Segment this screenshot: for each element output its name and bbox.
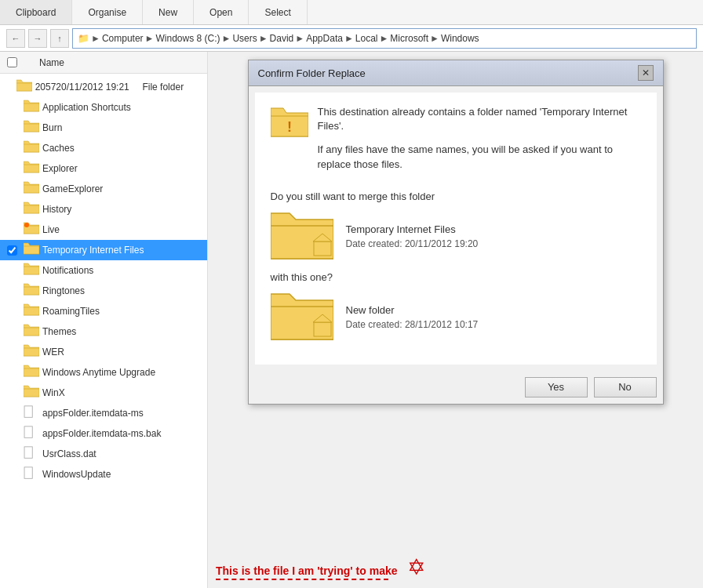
select-all-checkbox[interactable] bbox=[7, 57, 17, 67]
folder-icon bbox=[24, 100, 39, 115]
dialog-text2: If any files have the same names, you wi… bbox=[318, 143, 641, 171]
file-name-label: Temporary Internet Files bbox=[42, 245, 207, 256]
file-checkbox[interactable] bbox=[7, 245, 17, 256]
dialog-titlebar: Confirm Folder Replace ✕ bbox=[249, 60, 663, 86]
svg-text:!: ! bbox=[287, 119, 292, 135]
dialog-body: ! This destination already contains a fo… bbox=[255, 93, 657, 365]
dialog-close-button[interactable]: ✕ bbox=[638, 65, 654, 81]
folder-icon bbox=[24, 344, 39, 360]
svg-rect-22 bbox=[24, 287, 39, 295]
dialog-buttons: Yes No bbox=[249, 371, 663, 404]
svg-rect-18 bbox=[24, 246, 39, 254]
file-name-label: WindowsUpdate bbox=[42, 469, 207, 480]
file-icon bbox=[24, 466, 39, 482]
folder2-details: New folder Date created: 28/11/2012 10:1… bbox=[346, 304, 479, 330]
yes-button[interactable]: Yes bbox=[525, 377, 588, 397]
file-name-label: WER bbox=[42, 347, 207, 358]
warning-icon: ! bbox=[271, 107, 308, 181]
file-name-label: Themes bbox=[42, 326, 207, 337]
name-header: Name bbox=[24, 57, 207, 68]
file-name-label: 2057 bbox=[35, 82, 56, 93]
folder-icon bbox=[24, 385, 39, 401]
svg-point-16 bbox=[24, 223, 29, 227]
folder2-date: Date created: 28/11/2012 10:17 bbox=[346, 319, 479, 330]
folder-icon bbox=[24, 283, 39, 299]
star-icon-bottom: ✡ bbox=[407, 554, 425, 580]
svg-rect-35 bbox=[24, 447, 32, 458]
list-item[interactable]: Caches bbox=[0, 138, 207, 158]
file-name-label: Ringtones bbox=[42, 285, 207, 296]
file-icon bbox=[24, 405, 39, 421]
list-item[interactable]: WindowsUpdate bbox=[0, 464, 207, 485]
folder1-icon bbox=[271, 212, 333, 262]
svg-rect-1 bbox=[16, 83, 32, 91]
address-bar: ← → ↑ 📁 ► Computer ► Windows 8 (C:) ► Us… bbox=[0, 25, 703, 52]
svg-rect-34 bbox=[24, 426, 32, 437]
folder-icon bbox=[24, 303, 39, 319]
list-item[interactable]: GameExplorer bbox=[0, 179, 207, 199]
list-item[interactable]: Explorer bbox=[0, 158, 207, 179]
folder1-date: Date created: 20/11/2012 19:20 bbox=[346, 238, 479, 249]
file-name-label: GameExplorer bbox=[42, 183, 207, 194]
list-item[interactable]: Windows Anytime Upgrade bbox=[0, 362, 207, 383]
annotation-underline bbox=[216, 579, 388, 580]
list-item[interactable]: UsrClass.dat bbox=[0, 444, 207, 464]
file-name-label: appsFolder.itemdata-ms bbox=[42, 408, 207, 419]
column-headers: Name bbox=[0, 52, 207, 74]
folder-icon bbox=[24, 201, 39, 217]
list-item[interactable]: Notifications bbox=[0, 260, 207, 281]
file-name-label: WinX bbox=[42, 387, 207, 398]
list-item[interactable]: Ringtones bbox=[0, 281, 207, 301]
file-name-label: Notifications bbox=[42, 265, 207, 276]
dialog-overlay: Confirm Folder Replace ✕ ! bbox=[208, 52, 703, 588]
no-button[interactable]: No bbox=[594, 377, 657, 397]
list-item[interactable]: Live bbox=[0, 220, 207, 240]
list-item[interactable]: Themes bbox=[0, 321, 207, 342]
folder1-name: Temporary Internet Files bbox=[346, 223, 479, 235]
dialog-title: Confirm Folder Replace bbox=[258, 67, 366, 79]
folder-icon bbox=[24, 222, 39, 238]
list-item[interactable]: RoamingTiles bbox=[0, 301, 207, 321]
dialog-with-text: with this one? bbox=[271, 271, 641, 283]
svg-rect-30 bbox=[24, 368, 39, 376]
svg-rect-13 bbox=[24, 205, 39, 213]
up-button[interactable]: ↑ bbox=[50, 29, 69, 48]
list-item[interactable]: appsFolder.itemdata-ms.bak bbox=[0, 423, 207, 444]
file-name-label: Burn bbox=[42, 122, 207, 133]
svg-rect-28 bbox=[24, 348, 39, 356]
file-name-label: Live bbox=[42, 224, 207, 235]
file-list: 205720/11/2012 19:21File folderApplicati… bbox=[0, 74, 208, 488]
svg-rect-7 bbox=[24, 144, 39, 152]
svg-rect-5 bbox=[24, 124, 39, 132]
list-item[interactable]: appsFolder.itemdata-ms bbox=[0, 403, 207, 423]
list-item[interactable]: Application Shortcuts bbox=[0, 97, 207, 118]
address-path[interactable]: 📁 ► Computer ► Windows 8 (C:) ► Users ► … bbox=[72, 28, 697, 49]
toolbar-new[interactable]: New bbox=[143, 0, 194, 24]
back-button[interactable]: ← bbox=[6, 29, 25, 48]
toolbar-clipboard[interactable]: Clipboard bbox=[0, 0, 72, 24]
list-item[interactable]: Burn bbox=[0, 118, 207, 138]
right-panel: Confirm Folder Replace ✕ ! bbox=[208, 52, 703, 588]
list-item[interactable]: History bbox=[0, 199, 207, 220]
list-item[interactable]: WinX bbox=[0, 383, 207, 403]
file-name-label: RoamingTiles bbox=[42, 306, 207, 317]
toolbar-select[interactable]: Select bbox=[249, 0, 307, 24]
file-type: File folder bbox=[142, 82, 207, 93]
folder1-info: Temporary Internet Files Date created: 2… bbox=[271, 212, 641, 262]
file-name-label: UsrClass.dat bbox=[42, 448, 207, 459]
file-date: 20/11/2012 19:21 bbox=[56, 82, 142, 93]
svg-rect-42 bbox=[314, 241, 331, 256]
forward-button[interactable]: → bbox=[28, 29, 47, 48]
file-icon bbox=[24, 426, 39, 441]
toolbar-open[interactable]: Open bbox=[194, 0, 249, 24]
folder-icon bbox=[24, 263, 39, 278]
svg-rect-20 bbox=[24, 267, 39, 274]
list-item[interactable]: Temporary Internet Files bbox=[0, 240, 207, 260]
file-panel: Name 205720/11/2012 19:21File folderAppl… bbox=[0, 52, 208, 588]
folder-icon bbox=[24, 181, 39, 197]
dialog-text1: This destination already contains a fold… bbox=[318, 105, 641, 133]
toolbar-organise[interactable]: Organise bbox=[72, 0, 143, 24]
file-name-label: History bbox=[42, 204, 207, 215]
list-item[interactable]: 205720/11/2012 19:21File folder bbox=[0, 77, 207, 97]
list-item[interactable]: WER bbox=[0, 342, 207, 362]
